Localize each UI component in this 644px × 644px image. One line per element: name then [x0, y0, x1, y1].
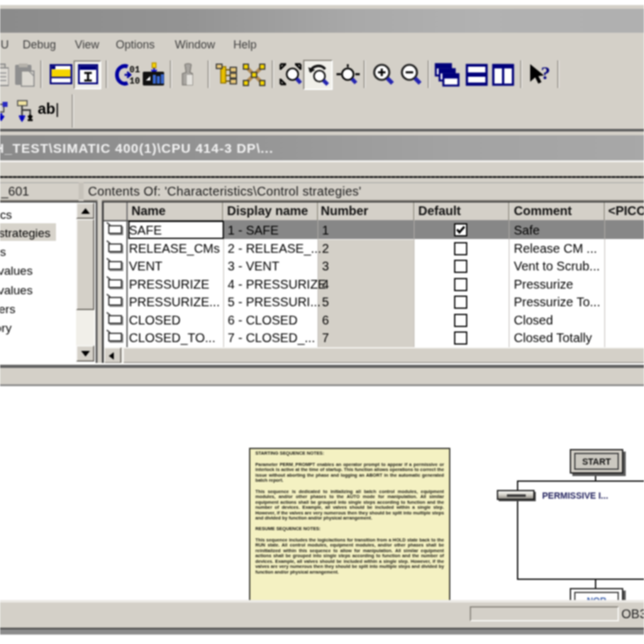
svg-text:01: 01 [130, 65, 140, 75]
svg-text:?: ? [541, 62, 550, 83]
svg-text:10: 10 [130, 76, 140, 86]
